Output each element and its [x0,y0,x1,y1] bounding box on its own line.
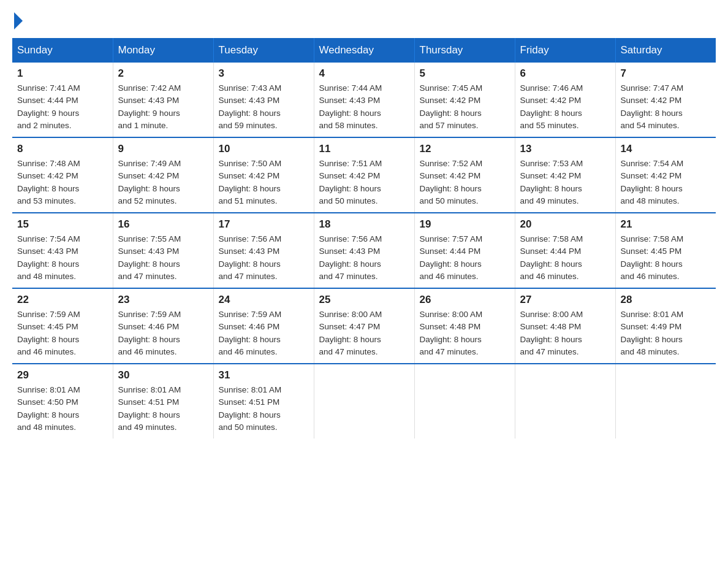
day-info: Sunrise: 7:52 AMSunset: 4:42 PMDaylight:… [420,158,510,207]
calendar-cell: 28Sunrise: 8:01 AMSunset: 4:49 PMDayligh… [615,288,716,364]
calendar-cell: 7Sunrise: 7:47 AMSunset: 4:42 PMDaylight… [615,63,716,137]
day-info: Sunrise: 7:56 AMSunset: 4:43 PMDaylight:… [219,233,309,283]
day-info: Sunrise: 7:45 AMSunset: 4:42 PMDaylight:… [420,82,510,132]
header-wednesday: Wednesday [314,38,414,63]
day-number: 13 [520,143,610,155]
day-number: 9 [118,143,208,155]
day-number: 15 [17,218,108,231]
day-number: 20 [520,218,610,231]
calendar-cell: 16Sunrise: 7:55 AMSunset: 4:43 PMDayligh… [113,213,213,288]
day-info: Sunrise: 7:44 AMSunset: 4:43 PMDaylight:… [319,82,409,132]
day-info: Sunrise: 7:55 AMSunset: 4:43 PMDaylight:… [118,233,208,283]
day-info: Sunrise: 7:48 AMSunset: 4:42 PMDaylight:… [17,158,108,207]
calendar-cell: 25Sunrise: 8:00 AMSunset: 4:47 PMDayligh… [314,288,414,364]
day-number: 5 [420,67,510,80]
calendar-cell: 9Sunrise: 7:49 AMSunset: 4:42 PMDaylight… [113,137,213,213]
week-row: 22Sunrise: 7:59 AMSunset: 4:45 PMDayligh… [12,288,716,364]
calendar-cell: 11Sunrise: 7:51 AMSunset: 4:42 PMDayligh… [314,137,414,213]
week-row: 29Sunrise: 8:01 AMSunset: 4:50 PMDayligh… [12,364,716,439]
calendar-cell: 5Sunrise: 7:45 AMSunset: 4:42 PMDaylight… [414,63,515,137]
calendar-cell: 22Sunrise: 7:59 AMSunset: 4:45 PMDayligh… [12,288,113,364]
day-number: 25 [319,294,409,306]
day-info: Sunrise: 7:53 AMSunset: 4:42 PMDaylight:… [520,158,610,207]
calendar-cell: 13Sunrise: 7:53 AMSunset: 4:42 PMDayligh… [515,137,615,213]
day-info: Sunrise: 7:59 AMSunset: 4:45 PMDaylight:… [17,308,108,358]
calendar-cell: 23Sunrise: 7:59 AMSunset: 4:46 PMDayligh… [113,288,213,364]
calendar-cell: 15Sunrise: 7:54 AMSunset: 4:43 PMDayligh… [12,213,113,288]
calendar-cell: 24Sunrise: 7:59 AMSunset: 4:46 PMDayligh… [213,288,314,364]
day-info: Sunrise: 7:54 AMSunset: 4:42 PMDaylight:… [621,158,711,207]
calendar-cell: 4Sunrise: 7:44 AMSunset: 4:43 PMDaylight… [314,63,414,137]
day-number: 4 [319,67,409,80]
calendar-cell: 29Sunrise: 8:01 AMSunset: 4:50 PMDayligh… [12,364,113,439]
day-info: Sunrise: 8:00 AMSunset: 4:47 PMDaylight:… [319,308,409,358]
calendar-cell: 8Sunrise: 7:48 AMSunset: 4:42 PMDaylight… [12,137,113,213]
day-info: Sunrise: 7:43 AMSunset: 4:43 PMDaylight:… [219,82,309,132]
day-number: 30 [118,369,208,381]
day-info: Sunrise: 7:49 AMSunset: 4:42 PMDaylight:… [118,158,208,207]
day-info: Sunrise: 7:58 AMSunset: 4:45 PMDaylight:… [621,233,711,283]
calendar-cell: 26Sunrise: 8:00 AMSunset: 4:48 PMDayligh… [414,288,515,364]
header-sunday: Sunday [12,38,113,63]
day-number: 29 [17,369,108,381]
header-monday: Monday [113,38,213,63]
calendar-cell: 18Sunrise: 7:56 AMSunset: 4:43 PMDayligh… [314,213,414,288]
day-info: Sunrise: 7:41 AMSunset: 4:44 PMDaylight:… [17,82,108,132]
page-header [12,12,716,26]
calendar-cell [314,364,414,439]
day-number: 19 [420,218,510,231]
day-number: 26 [420,294,510,306]
day-number: 18 [319,218,409,231]
day-info: Sunrise: 8:01 AMSunset: 4:49 PMDaylight:… [621,308,711,358]
calendar-cell: 2Sunrise: 7:42 AMSunset: 4:43 PMDaylight… [113,63,213,137]
calendar-cell [414,364,515,439]
calendar-cell: 17Sunrise: 7:56 AMSunset: 4:43 PMDayligh… [213,213,314,288]
day-number: 2 [118,67,208,80]
calendar-cell: 27Sunrise: 8:00 AMSunset: 4:48 PMDayligh… [515,288,615,364]
day-number: 23 [118,294,208,306]
calendar-cell [615,364,716,439]
day-info: Sunrise: 7:54 AMSunset: 4:43 PMDaylight:… [17,233,108,283]
calendar-cell: 6Sunrise: 7:46 AMSunset: 4:42 PMDaylight… [515,63,615,137]
day-number: 17 [219,218,309,231]
logo [12,12,23,26]
header-tuesday: Tuesday [213,38,314,63]
day-number: 31 [219,369,309,381]
day-number: 6 [520,67,610,80]
day-info: Sunrise: 7:42 AMSunset: 4:43 PMDaylight:… [118,82,208,132]
logo-arrow-icon [14,12,23,29]
day-info: Sunrise: 8:00 AMSunset: 4:48 PMDaylight:… [420,308,510,358]
header-thursday: Thursday [414,38,515,63]
day-number: 12 [420,143,510,155]
day-info: Sunrise: 7:57 AMSunset: 4:44 PMDaylight:… [420,233,510,283]
header-row: SundayMondayTuesdayWednesdayThursdayFrid… [12,38,716,63]
day-number: 3 [219,67,309,80]
calendar-body: 1Sunrise: 7:41 AMSunset: 4:44 PMDaylight… [12,63,716,439]
day-info: Sunrise: 7:47 AMSunset: 4:42 PMDaylight:… [621,82,711,132]
calendar-cell: 20Sunrise: 7:58 AMSunset: 4:44 PMDayligh… [515,213,615,288]
day-info: Sunrise: 7:56 AMSunset: 4:43 PMDaylight:… [319,233,409,283]
day-number: 27 [520,294,610,306]
day-number: 8 [17,143,108,155]
calendar-table: SundayMondayTuesdayWednesdayThursdayFrid… [12,38,716,439]
calendar-cell: 30Sunrise: 8:01 AMSunset: 4:51 PMDayligh… [113,364,213,439]
calendar-header: SundayMondayTuesdayWednesdayThursdayFrid… [12,38,716,63]
day-info: Sunrise: 7:59 AMSunset: 4:46 PMDaylight:… [219,308,309,358]
day-info: Sunrise: 7:46 AMSunset: 4:42 PMDaylight:… [520,82,610,132]
day-number: 16 [118,218,208,231]
day-info: Sunrise: 8:01 AMSunset: 4:51 PMDaylight:… [219,384,309,434]
day-number: 14 [621,143,711,155]
calendar-cell: 14Sunrise: 7:54 AMSunset: 4:42 PMDayligh… [615,137,716,213]
day-number: 24 [219,294,309,306]
day-info: Sunrise: 7:51 AMSunset: 4:42 PMDaylight:… [319,158,409,207]
day-number: 28 [621,294,711,306]
day-info: Sunrise: 8:01 AMSunset: 4:51 PMDaylight:… [118,384,208,434]
day-number: 11 [319,143,409,155]
day-number: 10 [219,143,309,155]
calendar-cell: 3Sunrise: 7:43 AMSunset: 4:43 PMDaylight… [213,63,314,137]
header-saturday: Saturday [615,38,716,63]
header-friday: Friday [515,38,615,63]
day-info: Sunrise: 7:59 AMSunset: 4:46 PMDaylight:… [118,308,208,358]
day-number: 21 [621,218,711,231]
day-number: 22 [17,294,108,306]
